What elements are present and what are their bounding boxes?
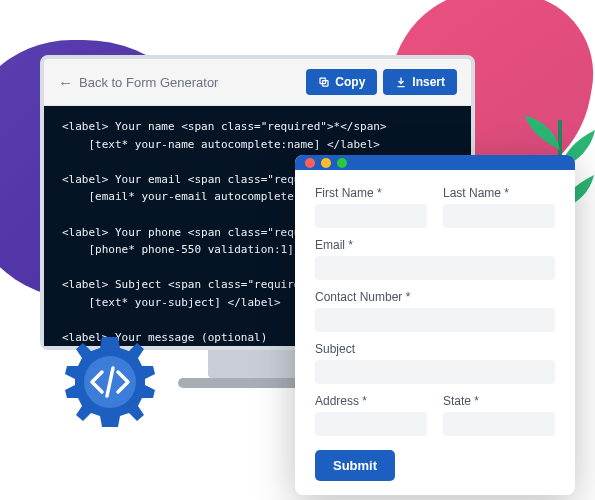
insert-icon	[395, 76, 407, 88]
close-dot-icon[interactable]	[305, 158, 315, 168]
form-preview-window: First Name * Last Name * Email * Contact…	[295, 155, 575, 495]
back-link[interactable]: ← Back to Form Generator	[58, 74, 218, 91]
insert-label: Insert	[412, 75, 445, 89]
monitor-stand	[208, 350, 308, 378]
email-input[interactable]	[315, 256, 555, 280]
first-name-input[interactable]	[315, 204, 427, 228]
email-label: Email *	[315, 238, 555, 252]
subject-label: Subject	[315, 342, 555, 356]
last-name-input[interactable]	[443, 204, 555, 228]
contact-number-input[interactable]	[315, 308, 555, 332]
arrow-left-icon: ←	[58, 74, 73, 91]
first-name-label: First Name *	[315, 186, 427, 200]
state-label: State *	[443, 394, 555, 408]
minimize-dot-icon[interactable]	[321, 158, 331, 168]
submit-button[interactable]: Submit	[315, 450, 395, 481]
subject-input[interactable]	[315, 360, 555, 384]
contact-form: First Name * Last Name * Email * Contact…	[295, 170, 575, 495]
contact-number-label: Contact Number *	[315, 290, 555, 304]
gear-code-icon	[60, 332, 160, 436]
address-input[interactable]	[315, 412, 427, 436]
copy-icon	[318, 76, 330, 88]
editor-toolbar: ← Back to Form Generator Copy Insert	[44, 59, 471, 106]
window-titlebar	[295, 155, 575, 170]
back-label: Back to Form Generator	[79, 75, 218, 90]
last-name-label: Last Name *	[443, 186, 555, 200]
copy-button[interactable]: Copy	[306, 69, 377, 95]
maximize-dot-icon[interactable]	[337, 158, 347, 168]
state-input[interactable]	[443, 412, 555, 436]
copy-label: Copy	[335, 75, 365, 89]
address-label: Address *	[315, 394, 427, 408]
insert-button[interactable]: Insert	[383, 69, 457, 95]
